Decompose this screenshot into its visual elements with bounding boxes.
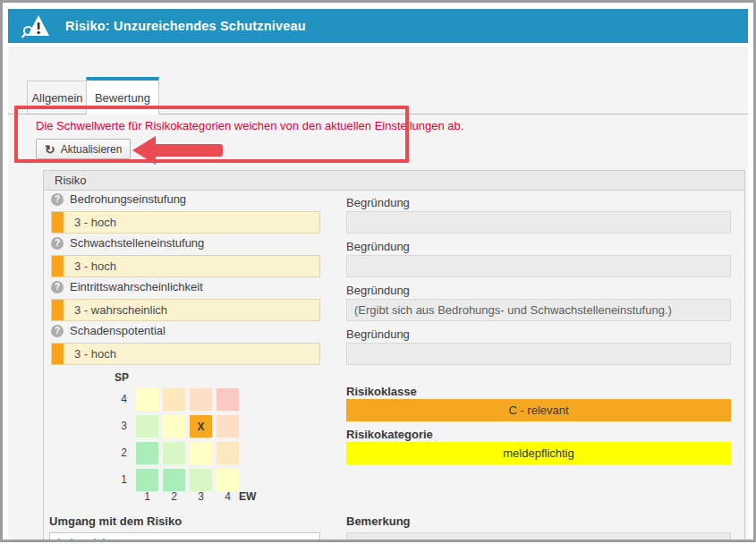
bedrohungseinstufung-label: Bedrohungseinstufung	[70, 192, 186, 206]
matrix-cell[interactable]	[136, 388, 158, 411]
matrix-cell[interactable]	[190, 469, 212, 491]
schwachstelleneinstufung-label: Schwachstelleneinstufung	[70, 236, 204, 250]
risikokategorie-value-bar: meldepflichtig	[346, 442, 731, 464]
begruendung-label: Begründung	[346, 284, 410, 297]
matrix-cell[interactable]	[190, 388, 212, 411]
threshold-warning-text: Die Schwellwerte für Risikokategorien we…	[36, 119, 463, 132]
help-icon[interactable]: ?	[51, 281, 64, 293]
risikokategorie-label: Risikokategorie	[346, 428, 433, 441]
refresh-icon: ↻	[45, 143, 55, 156]
begruendung-input[interactable]	[346, 255, 731, 277]
matrix-cell[interactable]	[136, 469, 158, 491]
schadenspotential-label-row: ? Schadenspotential	[51, 324, 166, 337]
risikoklasse-value-bar: C - relevant	[346, 399, 731, 421]
app-window: Risiko: Unzureichendes Schutzniveau Allg…	[0, 0, 756, 544]
risk-warning-search-icon	[21, 13, 53, 39]
severity-stripe	[52, 300, 64, 320]
matrix-row-label: 1	[115, 473, 127, 486]
matrix-row-label: 2	[115, 446, 127, 459]
title-bar: Risiko: Unzureichendes Schutzniveau	[8, 9, 748, 43]
matrix-cell[interactable]	[217, 388, 239, 411]
risikoklasse-label: Risikoklasse	[346, 385, 417, 398]
matrix-x-axis-label: EW	[239, 490, 256, 503]
eintrittswahrscheinlichkeit-label-row: ? Eintrittswahrscheinlichkeit	[51, 280, 203, 293]
matrix-cell[interactable]	[217, 415, 239, 438]
bemerkung-label: Bemerkung	[346, 514, 411, 528]
bedrohungseinstufung-label-row: ? Bedrohungseinstufung	[51, 192, 186, 206]
begruendung-input[interactable]	[346, 211, 731, 234]
aktualisieren-button[interactable]: ↻ Aktualisieren	[36, 139, 131, 159]
matrix-cell-selected[interactable]: X	[190, 415, 212, 438]
matrix-cell[interactable]	[217, 442, 239, 464]
matrix-cell[interactable]	[163, 388, 185, 411]
umgang-mit-dem-risiko-label: Umgang mit dem Risiko	[49, 514, 182, 528]
begruendung-label: Begründung	[346, 240, 410, 253]
matrix-cell[interactable]	[163, 442, 185, 464]
matrix-col-label: 3	[190, 490, 212, 503]
header-divider	[8, 47, 748, 48]
begruendung-readonly: (Ergibt sich aus Bedrohungs- und Schwach…	[346, 299, 731, 321]
help-icon[interactable]: ?	[51, 237, 64, 250]
risiko-section-title: Risiko	[43, 170, 745, 191]
eintrittswahrscheinlichkeit-select[interactable]: 3 - wahrscheinlich	[51, 299, 320, 321]
severity-stripe	[52, 212, 64, 233]
eintrittswahrscheinlichkeit-label: Eintrittswahrscheinlichkeit	[70, 280, 203, 293]
matrix-cell[interactable]	[163, 469, 185, 491]
schadenspotential-label: Schadenspotential	[70, 324, 166, 337]
matrix-cell[interactable]	[163, 415, 185, 438]
page-title: Risiko: Unzureichendes Schutzniveau	[65, 19, 306, 33]
matrix-y-axis-label: SP	[115, 371, 129, 384]
matrix-cell[interactable]	[217, 469, 239, 491]
help-icon[interactable]: ?	[51, 193, 64, 206]
tab-allgemein[interactable]: Allgemein	[27, 81, 87, 115]
risk-matrix: X	[136, 388, 239, 491]
help-icon[interactable]: ?	[51, 325, 64, 337]
matrix-col-label: 4	[217, 490, 239, 503]
begruendung-label: Begründung	[346, 327, 410, 341]
matrix-cell[interactable]	[136, 415, 158, 438]
matrix-col-label: 2	[163, 490, 185, 503]
begruendung-input[interactable]	[346, 343, 731, 365]
begruendung-label: Begründung	[346, 196, 410, 209]
matrix-col-label: 1	[136, 490, 158, 503]
matrix-row-label: 3	[115, 420, 127, 432]
matrix-row-label: 4	[115, 393, 127, 405]
severity-stripe	[52, 256, 64, 276]
bedrohungseinstufung-select[interactable]: 3 - hoch	[51, 211, 320, 234]
aktualisieren-button-label: Aktualisieren	[61, 143, 123, 156]
schwachstelleneinstufung-label-row: ? Schwachstelleneinstufung	[51, 236, 204, 250]
annotation-arrow-icon	[132, 136, 156, 165]
matrix-cell[interactable]	[190, 442, 212, 464]
schwachstelleneinstufung-select[interactable]: 3 - hoch	[51, 255, 320, 277]
tab-bewertung[interactable]: Bewertung	[86, 77, 159, 115]
matrix-cell[interactable]	[136, 442, 158, 464]
annotation-arrow-tail	[155, 144, 223, 157]
severity-stripe	[52, 344, 64, 364]
schadenspotential-select[interactable]: 3 - hoch	[51, 343, 320, 365]
